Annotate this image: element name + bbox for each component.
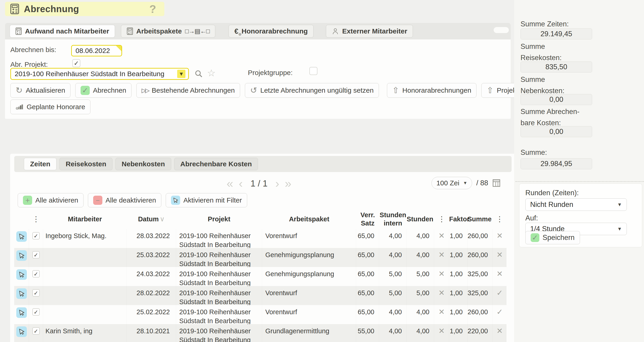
cell-summe: 260,00 (468, 229, 493, 248)
dropdown-caret-icon: ▼ (177, 70, 186, 78)
summe-abrechenbare-field: 0,00 (520, 126, 592, 137)
letzte-abrechnungen-ungueltig-button[interactable]: ↺ Letzte Abrechnungen ungültig setzen (245, 83, 379, 98)
summe-abrechenbare-label: Summe Abrechen- bare Kosten: (520, 106, 580, 128)
col-arbeitspaket[interactable]: Arbeitspaket (262, 215, 356, 223)
table-header: ⋮ Mitarbeiter Datum∨ Projekt Arbeitspake… (14, 209, 506, 229)
col-mitarbeiter[interactable]: Mitarbeiter (43, 215, 127, 223)
remove-icon[interactable]: ✕ (438, 231, 445, 240)
action-button-row: ↻ Aktualisieren ✓ Abrechnen ▷▷ Bestehend… (10, 83, 557, 98)
cell-remove-hours: ✕ (434, 267, 449, 286)
projektgruppe-checkbox[interactable] (310, 67, 318, 75)
page-size-select[interactable]: 100 Zei ▼ (432, 177, 472, 189)
runden-select[interactable]: Nicht Runden ▼ (525, 198, 627, 211)
tab-zeiten[interactable]: Zeiten (24, 158, 56, 170)
cursor-icon[interactable] (16, 288, 27, 299)
row-status-icon[interactable]: ✕ (496, 327, 503, 335)
table-row: ✓ 24.03.2022 2019-100 Reihenhäuser Südst… (14, 267, 506, 286)
row-status-icon[interactable]: ✕ (496, 231, 503, 240)
help-icon[interactable]: ? (150, 3, 156, 15)
abrechnen-button[interactable]: ✓ Abrechnen (75, 83, 132, 98)
row-select-cell (14, 305, 29, 324)
remove-icon[interactable]: ✕ (438, 327, 445, 335)
cell-faktor: 1,00 (449, 248, 468, 267)
col-faktor[interactable]: Faktor (449, 215, 468, 223)
projekt-select[interactable]: 2019-100 Reihenhäuser Südstadt In Bearbe… (10, 68, 189, 80)
geplante-honorare-button[interactable]: Geplante Honorare (10, 99, 90, 114)
summe-nebenkosten-label: Summe Nebenkosten: (520, 74, 564, 96)
table-grid-icon[interactable] (492, 178, 500, 188)
row-checkbox[interactable]: ✓ (32, 289, 40, 297)
tab-arbeitspakete[interactable]: Arbeitspakete □→▤←□ (121, 25, 216, 38)
abrechnen-bis-input[interactable]: 08.06.2022 (71, 45, 122, 56)
table-row: ✓ 25.03.2022 2019-100 Reihenhäuser Südst… (14, 248, 506, 267)
button-label: Abrechnen (93, 86, 126, 94)
cursor-icon[interactable] (16, 250, 27, 261)
aktualisieren-button[interactable]: ↻ Aktualisieren (10, 83, 70, 98)
tab-externer-mitarbeiter[interactable]: Externer Mitarbeiter (326, 25, 413, 38)
cell-verr-satz: 65,00 (356, 267, 379, 286)
column-menu-icon[interactable]: ⋮ (434, 215, 449, 223)
cursor-icon[interactable] (16, 327, 27, 337)
cell-projekt: 2019-100 Reihenhäuser Südstadt In Bearbe… (176, 267, 262, 286)
row-status-icon[interactable]: ✕ (496, 251, 503, 259)
cursor-icon[interactable] (16, 307, 27, 318)
tab-abrechenbare-kosten[interactable]: Abrechenbare Kosten (174, 158, 258, 170)
bulk-action-row: ＋ Alle aktivieren － Alle deaktivieren Ak… (18, 193, 252, 207)
summe-zeiten-field: 29.149,45 (520, 28, 592, 39)
row-select-cell (14, 286, 29, 305)
speichern-button[interactable]: ✓ Speichern (525, 231, 580, 244)
tab-nebenkosten[interactable]: Nebenkosten (116, 158, 171, 170)
row-status-icon[interactable]: ✕ (496, 270, 503, 278)
remove-icon[interactable]: ✕ (438, 251, 445, 259)
col-verr-satz[interactable]: Verr. Satz (356, 211, 379, 227)
row-checkbox[interactable]: ✓ (32, 270, 40, 278)
prev-page-icon[interactable]: ‹ (239, 178, 242, 189)
remove-icon[interactable]: ✕ (438, 289, 445, 297)
remove-icon[interactable]: ✕ (438, 308, 445, 316)
search-icon[interactable] (194, 69, 203, 78)
col-summe[interactable]: Summe (468, 215, 493, 223)
tab-aufwand-nach-mitarbeiter[interactable]: Aufwand nach Mitarbeiter (10, 25, 115, 38)
table-row: ✓ Karin Smith, ing 28.10.2021 2019-100 R… (14, 324, 506, 342)
honorarabrechnungen-button[interactable]: ⇧ Honorarabrechnungen (387, 83, 476, 98)
bestehende-abrechnungen-button[interactable]: ▷▷ Bestehende Abrechnungen (136, 83, 240, 98)
divider (516, 181, 644, 182)
alle-deaktivieren-button[interactable]: － Alle deaktivieren (88, 193, 161, 207)
row-checkbox[interactable]: ✓ (32, 327, 40, 335)
first-page-icon[interactable]: « (226, 178, 233, 189)
col-projekt[interactable]: Projekt (176, 215, 262, 223)
page-size-value: 100 Zei (436, 179, 459, 187)
col-stunden[interactable]: Stunden (407, 215, 434, 223)
row-checkbox[interactable]: ✓ (32, 251, 40, 259)
abr-projekt-checkbox[interactable]: ✓ (72, 59, 80, 67)
cell-projekt: 2019-100 Reihenhäuser Südstadt In Bearbe… (176, 305, 262, 324)
cursor-icon[interactable] (16, 231, 27, 242)
minus-icon: － (93, 196, 102, 205)
col-datum[interactable]: Datum∨ (127, 215, 176, 223)
panel-handle[interactable] (494, 27, 509, 33)
favorite-star-icon[interactable]: ☆ (207, 68, 216, 78)
cell-projekt: 2019-100 Reihenhäuser Südstadt In Bearbe… (176, 229, 262, 248)
remove-icon[interactable]: ✕ (438, 270, 445, 278)
row-checkbox[interactable]: ✓ (32, 308, 40, 316)
tab-honorarabrechnung[interactable]: €⊕ Honorarabrechnung (228, 25, 314, 38)
sort-desc-icon: ∨ (160, 215, 165, 223)
last-page-icon[interactable]: » (285, 178, 292, 189)
next-page-icon[interactable]: › (276, 178, 279, 189)
cell-stunden-intern: 5,00 (379, 286, 407, 305)
row-checkbox[interactable]: ✓ (32, 232, 40, 240)
summe-reisekosten-field: 835,50 (520, 61, 592, 72)
runden-label: Runden (Zeiten): (525, 189, 579, 197)
col-stunden-intern[interactable]: Stunden intern (379, 211, 407, 227)
row-status-icon[interactable]: ✓ (496, 289, 503, 297)
table-body: ✓ Ingeborg Stick, Mag. 28.03.2022 2019-1… (14, 229, 506, 342)
aktivieren-mit-filter-button[interactable]: Aktivieren mit Filter (166, 193, 247, 207)
column-menu-icon[interactable]: ⋮ (29, 215, 43, 223)
column-menu-icon[interactable]: ⋮ (493, 215, 506, 223)
row-status-icon[interactable]: ✓ (496, 308, 503, 316)
tab-reisekosten[interactable]: Reisekosten (60, 158, 112, 170)
green-check-icon: ✓ (530, 233, 539, 242)
cursor-icon[interactable] (16, 269, 27, 280)
alle-aktivieren-button[interactable]: ＋ Alle aktivieren (18, 193, 84, 207)
cursor-icon (171, 196, 180, 205)
